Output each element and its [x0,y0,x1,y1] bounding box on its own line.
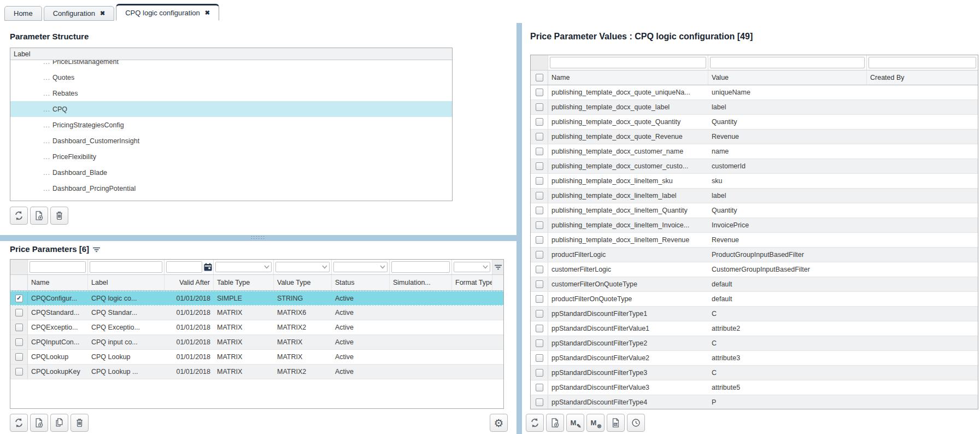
calendar-icon[interactable] [204,263,212,271]
row-checkbox[interactable] [15,368,23,376]
refresh-button[interactable] [10,207,28,225]
table-row[interactable]: publishing_template_docx_quote_uniqueNa.… [531,85,978,100]
row-checkbox[interactable] [536,325,543,332]
column-header[interactable]: Name [28,275,88,290]
value-filter-input[interactable] [710,57,865,68]
table-row[interactable]: publishing_template_docx_lineItem_skusku [531,174,978,189]
table-row[interactable]: CPQExceptio...CPQ Exceptio...01/01/2018M… [10,320,503,335]
row-checkbox[interactable] [536,103,543,111]
table-row[interactable]: CPQLookupKeyCPQ Lookup ...01/01/2018MATR… [10,365,503,379]
duplicate-button[interactable] [50,414,68,432]
status-filter-select[interactable] [333,262,388,272]
table-row[interactable]: publishing_template_docx_customer_custo.… [531,159,978,174]
column-header-created-by[interactable]: Created By [867,71,978,85]
table-row[interactable]: CPQStandard...CPQ Standar...01/01/2018MA… [10,306,503,320]
column-header[interactable]: Label [88,275,165,290]
row-checkbox[interactable] [15,353,23,361]
table-row[interactable]: CPQLookupCPQ Lookup01/01/2018MATRIXMATRI… [10,350,503,365]
select-all-checkbox[interactable] [536,74,543,81]
table-row[interactable]: publishing_template_docx_lineItem_labell… [531,189,978,203]
table-row[interactable]: ppStandardDiscountFilterType4P [531,395,978,409]
row-checkbox[interactable] [536,162,543,170]
tab-close-icon[interactable]: ✖ [205,9,210,16]
value-type-filter-select[interactable] [275,262,330,272]
vertical-splitter[interactable] [517,23,522,434]
table-row[interactable]: publishing_template_docx_customer_namena… [531,144,978,159]
table-row[interactable]: CPQConfigur...CPQ logic co...01/01/2018S… [10,291,503,306]
tree-node[interactable]: ...CPQ [10,101,452,117]
grid-filter-icon[interactable] [492,260,503,274]
column-header[interactable]: Format Type [452,275,492,290]
horizontal-splitter[interactable]: :::::: [0,235,517,241]
row-checkbox[interactable] [536,89,543,96]
row-checkbox[interactable] [536,177,543,185]
simulation-filter-input[interactable] [391,261,450,273]
tree-node[interactable]: ...PriceFlexibility [10,149,452,165]
add-record-button[interactable] [546,414,564,432]
tree-node[interactable]: ...Dashboard_PrcingPotential [10,180,452,196]
row-checkbox[interactable] [536,354,543,362]
row-checkbox[interactable] [536,221,543,229]
row-checkbox[interactable] [536,339,543,347]
filter-icon[interactable] [93,245,100,254]
row-checkbox[interactable] [15,309,23,316]
column-header-value[interactable]: Value [708,71,867,85]
row-checkbox[interactable] [536,398,543,406]
tree-node[interactable]: ...Dashboard_CustomerInsight [10,133,452,149]
tab-cpq-logic-configuration[interactable]: CPQ logic configuration ✖ [116,4,219,21]
table-row[interactable]: productFilterLogicProductGroupInputBased… [531,248,978,262]
tree-node[interactable]: ...Rebates [10,85,452,101]
delete-button[interactable] [71,414,89,432]
refresh-button[interactable] [526,414,544,432]
table-row[interactable]: publishing_template_docx_lineItem_Invoic… [531,218,978,233]
table-row[interactable]: CPQInputCon...CPQ input co...01/01/2018M… [10,335,503,350]
table-row[interactable]: publishing_template_docx_quote_labellabe… [531,100,978,115]
row-checkbox[interactable] [536,148,543,155]
row-checkbox[interactable] [15,338,23,346]
column-header[interactable]: Status [332,275,390,290]
settings-button[interactable]: ⚙ [490,414,508,432]
row-checkbox[interactable] [536,207,543,214]
table-row[interactable]: publishing_template_docx_quote_RevenueRe… [531,130,978,144]
table-row[interactable]: publishing_template_docx_lineItem_Quanti… [531,203,978,218]
label-filter-input[interactable] [90,261,162,273]
table-row[interactable]: ppStandardDiscountFilterType3C [531,366,978,380]
table-row[interactable]: ppStandardDiscountFilterValue1attribute2 [531,321,978,336]
row-checkbox[interactable] [536,369,543,377]
row-checkbox[interactable] [536,310,543,318]
row-checkbox[interactable] [15,295,23,302]
column-header-name[interactable]: Name [548,71,708,85]
add-record-button[interactable] [30,207,48,225]
row-checkbox[interactable] [536,266,543,273]
column-header[interactable]: Table Type [214,275,274,290]
tab-home[interactable]: Home [4,6,42,21]
row-checkbox[interactable] [15,324,23,331]
row-checkbox[interactable] [536,384,543,391]
name-filter-input[interactable] [550,57,706,68]
tree-node[interactable]: ...PricingStrategiesConfig [10,117,452,133]
tree-node[interactable]: ...PriceListManagement [10,60,452,69]
valid-after-filter-input[interactable] [166,261,202,273]
row-checkbox[interactable] [536,236,543,244]
column-header[interactable]: Simulation... [390,275,452,290]
row-checkbox[interactable] [536,192,543,200]
delete-button[interactable] [50,207,68,225]
table-row[interactable]: publishing_template_docx_lineItem_Revenu… [531,233,978,248]
tree-node[interactable]: ...Dashboard_Blade [10,165,452,180]
row-checkbox[interactable] [536,295,543,303]
refresh-button[interactable] [10,414,28,432]
created-by-filter-input[interactable] [868,57,976,68]
row-checkbox[interactable] [536,118,543,126]
table-row[interactable]: publishing_template_docx_quote_QuantityQ… [531,115,978,130]
table-row[interactable]: ppStandardDiscountFilterValue3attribute5 [531,380,978,395]
table-row[interactable]: productFilterOnQuoteTypedefault [531,292,978,307]
column-header[interactable]: Valid After [165,275,214,290]
tab-configuration[interactable]: Configuration ✖ [44,6,115,21]
format-type-filter-select[interactable] [454,262,490,272]
table-row[interactable]: customerFilterOnQuoteTypedefault [531,277,978,292]
mass-edit-button[interactable]: M✎ [566,414,584,432]
tab-close-icon[interactable]: ✖ [100,10,105,17]
table-row[interactable]: ppStandardDiscountFilterType1C [531,307,978,321]
mass-delete-button[interactable]: M⊗ [586,414,605,432]
table-row[interactable]: ppStandardDiscountFilterType2C [531,336,978,351]
